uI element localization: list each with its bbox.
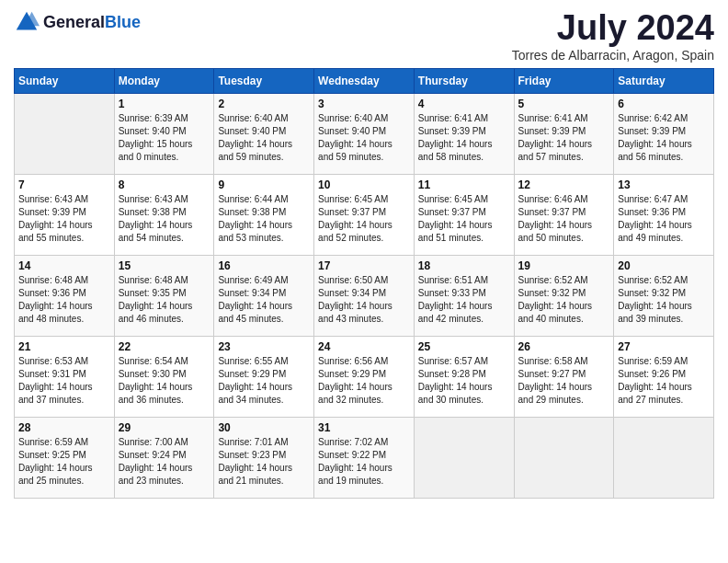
day-info: Sunrise: 6:47 AM Sunset: 9:36 PM Dayligh… [618,193,710,245]
day-number: 17 [318,259,410,272]
day-cell: 20Sunrise: 6:52 AM Sunset: 9:32 PM Dayli… [614,255,714,336]
day-number: 4 [418,98,510,110]
header-cell-wednesday: Wednesday [314,68,415,93]
day-number: 2 [218,98,310,110]
day-number: 29 [119,421,210,434]
day-info: Sunrise: 6:51 AM Sunset: 9:33 PM Dayligh… [418,274,510,326]
day-cell: 12Sunrise: 6:46 AM Sunset: 9:37 PM Dayli… [514,174,614,255]
day-info: Sunrise: 6:48 AM Sunset: 9:35 PM Dayligh… [119,274,210,326]
logo: GeneralBlue [14,9,141,35]
day-info: Sunrise: 6:39 AM Sunset: 9:40 PM Dayligh… [119,112,210,164]
day-info: Sunrise: 6:58 AM Sunset: 9:27 PM Dayligh… [518,355,610,407]
day-info: Sunrise: 7:01 AM Sunset: 9:23 PM Dayligh… [218,436,310,488]
day-number: 19 [518,259,610,272]
day-number: 6 [618,98,710,110]
day-cell: 9Sunrise: 6:44 AM Sunset: 9:38 PM Daylig… [214,174,314,255]
day-info: Sunrise: 7:00 AM Sunset: 9:24 PM Dayligh… [119,436,210,488]
week-row-4: 28Sunrise: 6:59 AM Sunset: 9:25 PM Dayli… [15,417,714,498]
day-cell [614,417,714,498]
day-info: Sunrise: 6:41 AM Sunset: 9:39 PM Dayligh… [418,112,510,164]
logo-icon [14,9,40,35]
day-cell: 3Sunrise: 6:40 AM Sunset: 9:40 PM Daylig… [314,93,415,174]
day-cell: 8Sunrise: 6:43 AM Sunset: 9:38 PM Daylig… [114,174,214,255]
day-cell [514,417,614,498]
day-number: 30 [218,421,310,434]
day-number: 11 [418,178,510,191]
day-number: 9 [218,178,310,191]
day-info: Sunrise: 6:46 AM Sunset: 9:37 PM Dayligh… [518,193,610,245]
day-cell: 25Sunrise: 6:57 AM Sunset: 9:28 PM Dayli… [414,336,514,417]
day-number: 27 [618,340,710,353]
header-row: SundayMondayTuesdayWednesdayThursdayFrid… [15,68,714,93]
logo-general: General [43,13,105,31]
day-number: 15 [119,259,210,272]
day-number: 26 [518,340,610,353]
day-info: Sunrise: 6:48 AM Sunset: 9:36 PM Dayligh… [18,274,110,326]
calendar-table: SundayMondayTuesdayWednesdayThursdayFrid… [14,68,714,499]
day-info: Sunrise: 6:52 AM Sunset: 9:32 PM Dayligh… [518,274,610,326]
day-cell: 6Sunrise: 6:42 AM Sunset: 9:39 PM Daylig… [614,93,714,174]
day-info: Sunrise: 6:42 AM Sunset: 9:39 PM Dayligh… [618,112,710,164]
day-cell: 2Sunrise: 6:40 AM Sunset: 9:40 PM Daylig… [214,93,314,174]
day-info: Sunrise: 6:44 AM Sunset: 9:38 PM Dayligh… [218,193,310,245]
day-number: 16 [218,259,310,272]
day-info: Sunrise: 6:43 AM Sunset: 9:38 PM Dayligh… [119,193,210,245]
day-info: Sunrise: 6:52 AM Sunset: 9:32 PM Dayligh… [618,274,710,326]
day-number: 28 [18,421,110,434]
day-number: 8 [119,178,210,191]
day-cell: 28Sunrise: 6:59 AM Sunset: 9:25 PM Dayli… [15,417,115,498]
day-cell: 22Sunrise: 6:54 AM Sunset: 9:30 PM Dayli… [114,336,214,417]
day-info: Sunrise: 6:40 AM Sunset: 9:40 PM Dayligh… [218,112,310,164]
day-cell: 21Sunrise: 6:53 AM Sunset: 9:31 PM Dayli… [15,336,115,417]
day-number: 14 [18,259,110,272]
day-number: 18 [418,259,510,272]
day-cell [15,93,115,174]
day-number: 5 [518,98,610,110]
day-info: Sunrise: 6:50 AM Sunset: 9:34 PM Dayligh… [318,274,410,326]
title-area: July 2024 Torres de Albarracin, Aragon, … [512,9,714,63]
header-cell-thursday: Thursday [414,68,514,93]
day-number: 13 [618,178,710,191]
day-info: Sunrise: 6:55 AM Sunset: 9:29 PM Dayligh… [218,355,310,407]
day-info: Sunrise: 6:57 AM Sunset: 9:28 PM Dayligh… [418,355,510,407]
day-info: Sunrise: 6:54 AM Sunset: 9:30 PM Dayligh… [119,355,210,407]
week-row-3: 21Sunrise: 6:53 AM Sunset: 9:31 PM Dayli… [15,336,714,417]
day-number: 31 [318,421,410,434]
day-cell: 27Sunrise: 6:59 AM Sunset: 9:26 PM Dayli… [614,336,714,417]
logo-blue: Blue [105,13,141,31]
day-cell: 7Sunrise: 6:43 AM Sunset: 9:39 PM Daylig… [15,174,115,255]
week-row-0: 1Sunrise: 6:39 AM Sunset: 9:40 PM Daylig… [15,93,714,174]
header-cell-tuesday: Tuesday [214,68,314,93]
day-number: 1 [119,98,210,110]
day-info: Sunrise: 6:45 AM Sunset: 9:37 PM Dayligh… [418,193,510,245]
day-info: Sunrise: 6:59 AM Sunset: 9:26 PM Dayligh… [618,355,710,407]
day-number: 10 [318,178,410,191]
week-row-2: 14Sunrise: 6:48 AM Sunset: 9:36 PM Dayli… [15,255,714,336]
day-cell: 14Sunrise: 6:48 AM Sunset: 9:36 PM Dayli… [15,255,115,336]
day-cell: 19Sunrise: 6:52 AM Sunset: 9:32 PM Dayli… [514,255,614,336]
day-cell: 18Sunrise: 6:51 AM Sunset: 9:33 PM Dayli… [414,255,514,336]
day-cell: 15Sunrise: 6:48 AM Sunset: 9:35 PM Dayli… [114,255,214,336]
header-cell-saturday: Saturday [614,68,714,93]
day-number: 7 [18,178,110,191]
location-title: Torres de Albarracin, Aragon, Spain [512,48,714,63]
day-cell: 31Sunrise: 7:02 AM Sunset: 9:22 PM Dayli… [314,417,415,498]
day-cell: 24Sunrise: 6:56 AM Sunset: 9:29 PM Dayli… [314,336,415,417]
day-number: 25 [418,340,510,353]
day-number: 3 [318,98,410,110]
day-info: Sunrise: 6:43 AM Sunset: 9:39 PM Dayligh… [18,193,110,245]
day-number: 20 [618,259,710,272]
month-title: July 2024 [512,9,714,48]
day-info: Sunrise: 6:40 AM Sunset: 9:40 PM Dayligh… [318,112,410,164]
day-info: Sunrise: 6:41 AM Sunset: 9:39 PM Dayligh… [518,112,610,164]
day-cell: 23Sunrise: 6:55 AM Sunset: 9:29 PM Dayli… [214,336,314,417]
day-cell [414,417,514,498]
day-cell: 17Sunrise: 6:50 AM Sunset: 9:34 PM Dayli… [314,255,415,336]
day-info: Sunrise: 6:53 AM Sunset: 9:31 PM Dayligh… [18,355,110,407]
day-cell: 11Sunrise: 6:45 AM Sunset: 9:37 PM Dayli… [414,174,514,255]
day-number: 23 [218,340,310,353]
day-info: Sunrise: 6:59 AM Sunset: 9:25 PM Dayligh… [18,436,110,488]
day-number: 21 [18,340,110,353]
header-cell-friday: Friday [514,68,614,93]
day-info: Sunrise: 6:56 AM Sunset: 9:29 PM Dayligh… [318,355,410,407]
